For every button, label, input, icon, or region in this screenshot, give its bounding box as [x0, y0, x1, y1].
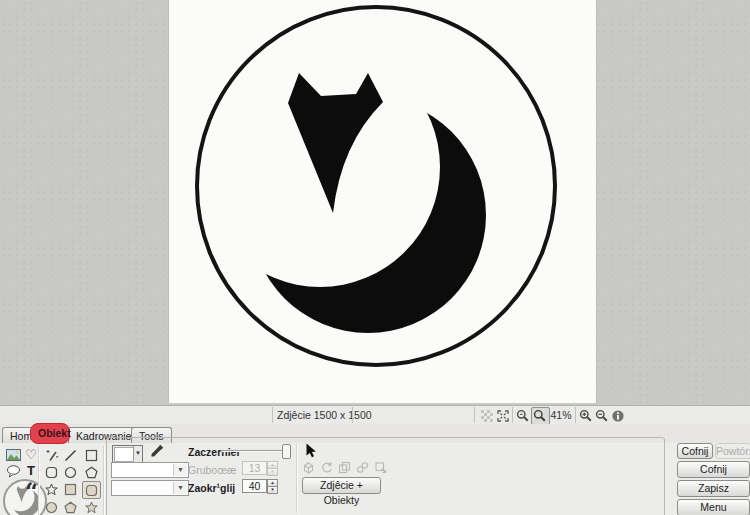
- fill-style-dropdown[interactable]: ▼: [111, 462, 189, 478]
- square-outline-icon[interactable]: [83, 447, 100, 463]
- current-color-swatch: [114, 447, 134, 462]
- zoom-actual-icon[interactable]: [516, 409, 530, 423]
- text-icon[interactable]: T: [23, 463, 39, 477]
- undo-button[interactable]: Cofnij: [677, 443, 713, 459]
- status-bar: Zdjêcie 1500 x 1500 41%: [0, 405, 750, 426]
- thickness-label: Gruboœæ: [188, 464, 236, 476]
- workspace: [0, 0, 750, 405]
- line-icon[interactable]: [62, 447, 79, 463]
- cat-moon-logo: [169, 0, 596, 403]
- magic-wand-icon[interactable]: [43, 447, 60, 463]
- pentagon-outline-icon[interactable]: [83, 464, 100, 480]
- divider: [38, 446, 39, 515]
- fit-screen-icon[interactable]: [496, 409, 510, 423]
- canvas-size-label: Zdjêcie 1500 x 1500: [277, 409, 372, 421]
- zoom-in-icon[interactable]: [579, 409, 593, 423]
- image-canvas[interactable]: [168, 0, 597, 403]
- zoom-level-value: 41%: [548, 409, 574, 421]
- redo-button: Powtórz: [715, 443, 750, 459]
- circle-outline-icon[interactable]: [62, 464, 79, 480]
- line-style-dropdown[interactable]: ▼: [111, 480, 189, 496]
- duplicate-icon: [338, 461, 351, 474]
- info-icon[interactable]: [611, 409, 625, 423]
- star-outline-icon[interactable]: [43, 481, 60, 497]
- blacken-slider-thumb[interactable]: [282, 444, 291, 459]
- divider: [512, 407, 513, 423]
- menu-button[interactable]: Menu: [677, 499, 750, 515]
- tab-obiekt[interactable]: Obiekt: [30, 423, 70, 444]
- divider: [474, 407, 475, 423]
- photo-icon[interactable]: [5, 448, 21, 462]
- chevron-down-icon: ▼: [173, 464, 187, 476]
- divider: [103, 446, 104, 515]
- chevron-down-icon[interactable]: ▼: [133, 446, 142, 461]
- group-icon: [356, 461, 369, 474]
- rotate-icon: [320, 461, 333, 474]
- thickness-value: 13: [242, 461, 267, 475]
- box-icon: [302, 461, 315, 474]
- quotes-glyph: “: [25, 479, 39, 506]
- rounded-square-outline-icon[interactable]: [43, 464, 60, 480]
- app-window: Zdjêcie 1500 x 1500 41%: [0, 0, 750, 515]
- divider: [296, 444, 297, 513]
- divider: [575, 407, 576, 423]
- spin-down-icon[interactable]: ▼: [267, 486, 278, 494]
- heart-icon[interactable]: ♡: [23, 447, 39, 461]
- save-button[interactable]: Zapisz: [677, 480, 750, 497]
- eyedropper-icon[interactable]: [149, 444, 164, 459]
- rounded-square-filled-icon[interactable]: [82, 481, 101, 499]
- blacken-label: Zaczernier: [188, 446, 241, 458]
- divider: [352, 407, 353, 423]
- divider: [272, 407, 273, 423]
- round-value[interactable]: 40: [242, 479, 267, 493]
- photo-plus-objects-button[interactable]: Zdjêcie + Obiekty: [302, 477, 381, 494]
- square-filled-icon[interactable]: [62, 481, 79, 497]
- chevron-down-icon: ▼: [173, 482, 187, 494]
- speech-bubble-icon[interactable]: [5, 464, 21, 478]
- star-filled-icon[interactable]: [83, 499, 100, 515]
- round-label: Zaokr¹glij: [188, 482, 235, 494]
- circle-filled-icon[interactable]: [43, 499, 60, 515]
- select-cursor-icon[interactable]: [305, 443, 318, 458]
- blacken-slider-track[interactable]: [222, 450, 290, 451]
- logo-crescent: [250, 97, 486, 333]
- spin-down-icon: ▼: [267, 468, 278, 476]
- zoom-out-icon[interactable]: [595, 409, 609, 423]
- undo-all-button[interactable]: Cofnij wszystko: [677, 461, 750, 478]
- checkerboard-icon[interactable]: [480, 409, 494, 423]
- pentagon-filled-icon[interactable]: [62, 499, 79, 515]
- layer-icon: [374, 461, 387, 474]
- app-logo-badge[interactable]: “: [3, 479, 47, 515]
